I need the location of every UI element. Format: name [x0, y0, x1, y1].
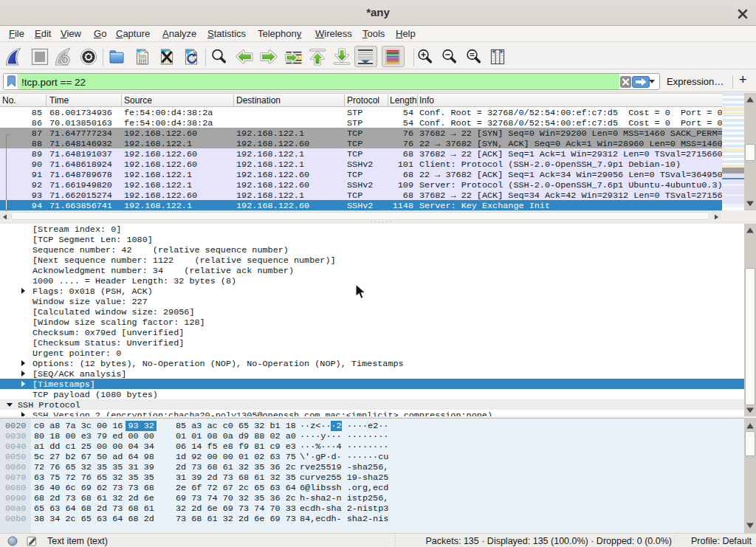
svg-text:0111: 0111	[139, 61, 147, 65]
